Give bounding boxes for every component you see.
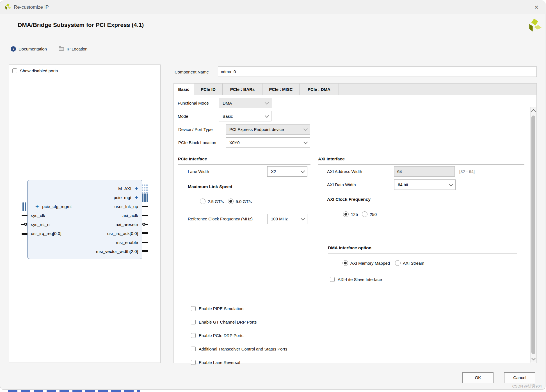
lane-width-select[interactable]: X2 — [267, 166, 307, 177]
port-usr-irq-req: usr_irq_req[0:0] — [31, 229, 61, 238]
watermark: CSDN @斩月904 — [512, 384, 542, 389]
active-low-pin — [21, 223, 27, 226]
tab-basic[interactable]: Basic — [174, 84, 194, 95]
device-port-type-label: Device / Port Type — [178, 124, 213, 135]
radio-axi-stream[interactable]: AXI Stream — [395, 260, 424, 266]
chevron-down-icon — [301, 169, 305, 173]
ref-clock-select[interactable]: 100 MHz — [267, 214, 307, 224]
chevron-down-icon — [265, 114, 269, 118]
port-sys-rst-n: sys_rst_n — [31, 220, 49, 229]
section-rule — [318, 164, 524, 165]
radio-icon — [200, 199, 205, 204]
enable-pcie-drp-checkbox[interactable] — [191, 333, 196, 338]
port-pcie-mgt[interactable]: pcie_mgt + — [31, 193, 138, 202]
ref-clock-label: Reference Clock Frequency (MHz) — [188, 214, 253, 224]
chevron-down-icon — [301, 216, 305, 221]
pin-stub — [142, 206, 148, 207]
ok-button[interactable]: OK — [462, 372, 494, 383]
radio-label: 125 — [351, 212, 358, 217]
bus-pin-stub — [142, 250, 148, 252]
radio-label: 5.0 GT/s — [236, 199, 252, 204]
screenshot-root: Re-customize IP ✕ DMA/Bridge Subsystem f… — [0, 0, 546, 392]
title-bar: Re-customize IP ✕ — [0, 1, 545, 14]
port-label: axi_aresetn — [116, 222, 138, 227]
cancel-button[interactable]: Cancel — [504, 372, 535, 383]
interface-bars-dashed-icon — [142, 185, 148, 193]
radio-125[interactable]: 125 — [343, 211, 358, 217]
vertical-scrollbar[interactable] — [530, 107, 536, 363]
enable-pipe-simulation-checkbox[interactable] — [191, 306, 196, 311]
pcie-interface-header: PCIe Interface — [178, 156, 207, 162]
pin-stub — [142, 215, 148, 216]
scrollbar-thumb[interactable] — [531, 116, 535, 354]
tab-pcie-id[interactable]: PCIe ID — [194, 84, 223, 95]
background-page-sliver — [8, 390, 140, 392]
axi-data-width-label: AXI Data Width — [327, 179, 356, 190]
chevron-down-icon — [449, 182, 453, 186]
enable-gt-channel-drp-row[interactable]: Enable GT Channel DRP Ports — [191, 320, 257, 324]
expand-plus-icon[interactable]: + — [135, 186, 138, 192]
ip-block: M_AXI + pcie_mgt + user_lnk_up axi_aclk … — [27, 180, 142, 259]
axi-data-width-select[interactable]: 64 bit — [394, 179, 456, 190]
pcie-block-location-select[interactable]: X0Y0 — [226, 137, 310, 148]
tab-strip: Basic PCIe ID PCIe : BARs PCIe : MISC PC… — [174, 84, 536, 95]
show-disabled-ports-checkbox[interactable] — [12, 68, 17, 73]
radio-icon — [395, 260, 401, 266]
xilinx-logo-icon — [4, 3, 12, 11]
chevron-down-icon — [265, 100, 269, 105]
checkbox-label: Enable GT Channel DRP Ports — [199, 320, 257, 324]
radio-5-0-gts[interactable]: 5.0 GT/s — [228, 199, 252, 204]
scroll-down-icon[interactable] — [531, 356, 536, 361]
radio-icon — [342, 260, 348, 266]
functional-mode-value: DMA — [223, 101, 232, 105]
enable-pcie-drp-row[interactable]: Enable PCIe DRP Ports — [191, 333, 243, 338]
axi-lite-slave-checkbox[interactable] — [330, 277, 335, 282]
mode-select[interactable]: Basic — [219, 111, 271, 121]
device-port-type-select[interactable]: PCI Express Endpoint device — [226, 124, 310, 135]
port-pcie-cfg-mgmt[interactable]: + pcie_cfg_mgmt — [31, 202, 72, 211]
radio-250[interactable]: 250 — [362, 211, 377, 217]
folder-icon — [59, 47, 64, 51]
checkbox-label: Enable PIPE Simulation — [199, 306, 243, 311]
enable-gt-channel-drp-checkbox[interactable] — [191, 320, 196, 324]
ip-location-link[interactable]: IP Location — [59, 47, 88, 51]
section-divider — [178, 301, 524, 301]
port-m-axi[interactable]: M_AXI + — [31, 184, 138, 193]
port-label: M_AXI — [118, 186, 131, 191]
section-rule — [327, 205, 517, 205]
radio-2-5-gts[interactable]: 2.5 GT/s — [200, 199, 224, 204]
documentation-link[interactable]: i Documentation — [11, 46, 47, 52]
radio-axi-memory-mapped[interactable]: AXI Memory Mapped — [342, 260, 390, 266]
pin-stub — [142, 242, 148, 243]
expand-plus-icon[interactable]: + — [35, 204, 39, 209]
tab-pcie-bars[interactable]: PCIe : BARs — [223, 84, 262, 95]
tabstrip-separator — [339, 84, 374, 95]
enable-lane-reversal-row[interactable]: Enable Lane Reversal — [191, 360, 240, 365]
interface-bars-icon — [142, 193, 148, 202]
pcie-block-location-value: X0Y0 — [229, 140, 240, 145]
show-disabled-ports-row[interactable]: Show disabled ports — [12, 68, 58, 73]
enable-pipe-simulation-row[interactable]: Enable PIPE Simulation — [191, 306, 243, 311]
window-title: Re-customize IP — [14, 1, 49, 14]
scroll-up-icon[interactable] — [531, 109, 536, 114]
tab-pcie-dma[interactable]: PCIe : DMA — [300, 84, 339, 95]
interface-bars-icon — [22, 202, 26, 211]
enable-lane-reversal-checkbox[interactable] — [191, 360, 196, 365]
pin-stub — [22, 215, 28, 216]
max-link-speed-radios: 2.5 GT/s 5.0 GT/s — [200, 199, 252, 204]
additional-transceiver-checkbox[interactable] — [191, 347, 196, 351]
tab-pcie-misc[interactable]: PCIe : MISC — [262, 84, 300, 95]
axi-addr-width-input[interactable]: 64 — [394, 166, 455, 177]
port-label: usr_irq_ack[0:0] — [107, 231, 138, 236]
axi-lite-slave-row[interactable]: AXI-Lite Slave Interface — [330, 277, 382, 282]
checkbox-label: Enable PCIe DRP Ports — [199, 333, 243, 338]
ref-clock-value: 100 MHz — [271, 216, 288, 221]
bus-pin-stub — [22, 233, 28, 235]
close-icon[interactable]: ✕ — [532, 1, 541, 14]
functional-mode-select[interactable]: DMA — [219, 98, 271, 108]
component-name-input[interactable]: xdma_0 — [218, 66, 537, 77]
expand-plus-icon[interactable]: + — [135, 195, 138, 200]
dma-interface-option-header: DMA Interface option — [328, 245, 371, 250]
additional-transceiver-row[interactable]: Additional Transceiver Control and Statu… — [191, 347, 287, 351]
axi-clock-frequency-header: AXI Clock Frequency — [327, 197, 371, 202]
